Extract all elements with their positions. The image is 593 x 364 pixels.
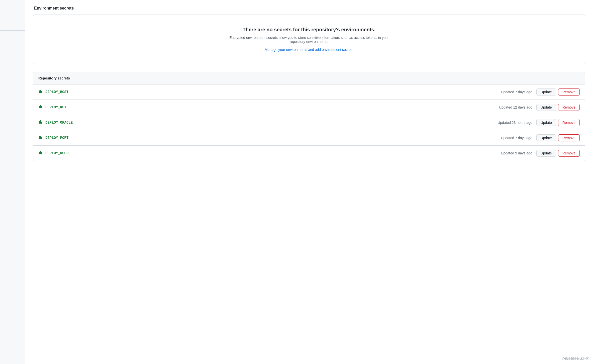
- secret-actions: Update Remove: [536, 88, 580, 96]
- secret-row: DEPLOY_HOST Updated 7 days ago Update Re…: [33, 84, 585, 100]
- secrets-list: DEPLOY_HOST Updated 7 days ago Update Re…: [33, 84, 585, 161]
- main-content: Environment secrets There are no secrets…: [25, 0, 593, 364]
- update-button[interactable]: Update: [536, 150, 556, 157]
- lock-icon: [38, 105, 42, 110]
- page-container: Environment secrets There are no secrets…: [0, 0, 593, 364]
- lock-icon: [38, 135, 42, 141]
- sidebar-divider-3: [0, 46, 25, 46]
- secret-actions: Update Remove: [536, 104, 580, 111]
- secret-row: DEPLOY_ORACLE Updated 23 hours ago Updat…: [33, 115, 585, 130]
- lock-icon: [38, 120, 42, 125]
- sidebar-divider-1: [0, 15, 25, 15]
- update-button[interactable]: Update: [536, 88, 556, 96]
- sidebar-divider-4: [0, 61, 25, 61]
- sidebar: [0, 0, 25, 364]
- secret-actions: Update Remove: [536, 134, 580, 141]
- lock-icon: [38, 89, 42, 95]
- lock-icon: [38, 151, 42, 156]
- secret-name: DEPLOY_ORACLE: [45, 121, 498, 125]
- remove-button[interactable]: Remove: [558, 150, 580, 157]
- secret-name: DEPLOY_HOST: [45, 90, 501, 94]
- secret-name: DEPLOY_KEY: [45, 105, 499, 109]
- secret-updated-text: Updated 7 days ago: [501, 136, 532, 140]
- update-button[interactable]: Update: [536, 104, 556, 111]
- secret-name: DEPLOY_PORT: [45, 136, 501, 140]
- manage-environments-link[interactable]: Manage your environments and add environ…: [265, 48, 353, 52]
- secret-row: DEPLOY_KEY Updated 12 days ago Update Re…: [33, 100, 585, 115]
- environment-secrets-title: Environment secrets: [33, 6, 585, 11]
- empty-state-title: There are no secrets for this repository…: [39, 27, 579, 33]
- remove-button[interactable]: Remove: [558, 134, 580, 141]
- secret-row: DEPLOY_USER Updated 9 days ago Update Re…: [33, 146, 585, 161]
- remove-button[interactable]: Remove: [558, 104, 580, 111]
- repository-secrets-box: Repository secrets DEPLOY_HOST Updated 7…: [33, 72, 585, 161]
- secret-updated-text: Updated 7 days ago: [501, 90, 532, 94]
- update-button[interactable]: Update: [536, 119, 556, 126]
- sidebar-divider-2: [0, 30, 25, 31]
- secret-updated-text: Updated 9 days ago: [501, 151, 532, 155]
- secret-updated-text: Updated 23 hours ago: [498, 121, 532, 125]
- repository-secrets-title: Repository secrets: [38, 76, 580, 80]
- secret-updated-text: Updated 12 days ago: [499, 105, 532, 109]
- secret-row: DEPLOY_PORT Updated 7 days ago Update Re…: [33, 130, 585, 146]
- secret-name: DEPLOY_USER: [45, 151, 501, 155]
- repository-secrets-header: Repository secrets: [33, 72, 585, 84]
- empty-state-description: Encrypted environment secrets allow you …: [221, 36, 397, 44]
- watermark: @稀土掘金技术社区: [562, 357, 589, 361]
- remove-button[interactable]: Remove: [558, 119, 580, 126]
- secret-actions: Update Remove: [536, 119, 580, 126]
- secret-actions: Update Remove: [536, 150, 580, 157]
- environment-secrets-empty-state: There are no secrets for this repository…: [33, 15, 585, 64]
- update-button[interactable]: Update: [536, 134, 556, 141]
- remove-button[interactable]: Remove: [558, 88, 580, 96]
